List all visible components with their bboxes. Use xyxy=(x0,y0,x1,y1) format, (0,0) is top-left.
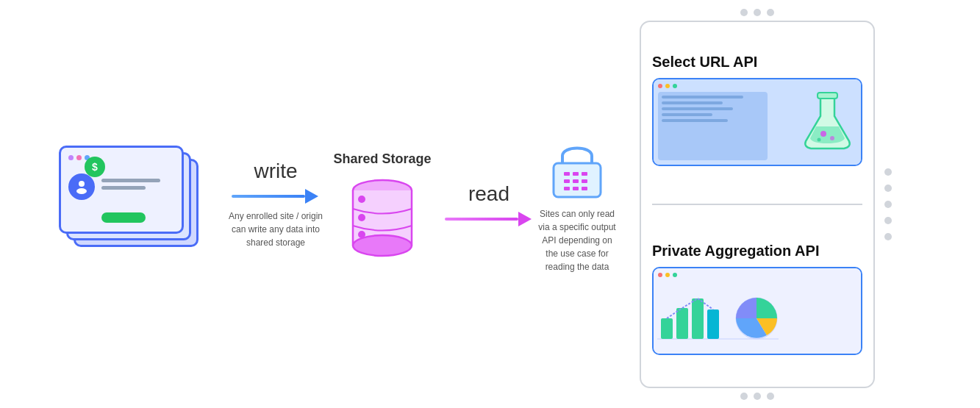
dot-purple xyxy=(68,155,74,160)
svg-point-9 xyxy=(358,231,365,238)
card-line-1 xyxy=(101,179,160,182)
browser-dot-yellow xyxy=(665,84,670,88)
browser-left-pane xyxy=(658,92,768,160)
panel-dot-bottom-1 xyxy=(740,393,748,400)
chart-dot-yellow xyxy=(665,273,670,277)
select-url-api-title: Select URL API xyxy=(652,54,757,71)
card-front: $ xyxy=(59,146,184,234)
browser-line-5 xyxy=(662,119,728,122)
write-description: Any enrolled site / origin can write any… xyxy=(228,210,323,249)
read-area: read xyxy=(445,182,533,226)
browser-line-1 xyxy=(662,96,743,99)
svg-rect-25 xyxy=(661,318,673,339)
svg-point-4 xyxy=(353,235,412,256)
browser-dot-red xyxy=(658,84,662,88)
card-dots xyxy=(68,155,174,160)
write-label: write xyxy=(254,160,297,183)
cards-stack: $ xyxy=(55,146,202,256)
arrow-pink-head xyxy=(518,212,532,226)
shared-storage-section: Shared Storage xyxy=(323,151,441,257)
arrow-blue-line xyxy=(232,195,305,198)
svg-rect-28 xyxy=(707,309,719,339)
panel-dot-1 xyxy=(740,9,748,16)
side-dot-4 xyxy=(884,217,892,224)
card-avatar xyxy=(68,173,95,200)
card-button xyxy=(101,212,146,223)
database-icon xyxy=(346,176,419,257)
bar-chart-svg xyxy=(657,287,779,346)
flask-svg-icon xyxy=(800,88,855,151)
svg-point-0 xyxy=(79,181,85,187)
read-arrow xyxy=(445,212,533,226)
select-url-api-section: Select URL API xyxy=(652,54,862,166)
side-dot-2 xyxy=(884,185,892,192)
panel-dots-bottom xyxy=(740,393,774,400)
card-dollar-icon: $ xyxy=(85,157,105,177)
chart-dot-red xyxy=(658,273,662,277)
svg-point-8 xyxy=(358,214,365,221)
svg-point-1 xyxy=(76,188,87,194)
side-dot-1 xyxy=(884,168,892,176)
private-aggregation-title: Private Aggregation API xyxy=(652,243,819,260)
browser-line-2 xyxy=(662,101,723,104)
panel-dots-top xyxy=(740,9,774,16)
panel-dot-3 xyxy=(767,9,774,16)
write-arrow xyxy=(232,189,320,204)
card-lines xyxy=(101,179,160,190)
svg-point-23 xyxy=(818,137,821,141)
write-arrow-area: write Any enrolled site / origin can wri… xyxy=(228,160,323,249)
shared-storage-label: Shared Storage xyxy=(333,151,431,167)
side-dot-5 xyxy=(884,233,892,240)
side-dot-3 xyxy=(884,201,892,208)
svg-rect-11 xyxy=(564,172,570,176)
diagram-container: $ write xyxy=(0,0,980,408)
panel-divider xyxy=(652,204,862,205)
right-api-panel: Select URL API xyxy=(640,21,875,388)
browser-lines xyxy=(658,92,768,126)
svg-point-22 xyxy=(830,136,834,140)
svg-point-7 xyxy=(358,196,365,203)
read-description: Sites can only read via a specific outpu… xyxy=(537,207,618,273)
dot-pink xyxy=(76,155,82,160)
chart-mockup xyxy=(654,268,861,354)
enrolled-site-section: $ xyxy=(29,146,228,263)
svg-point-21 xyxy=(820,131,826,137)
svg-rect-16 xyxy=(582,179,587,183)
svg-rect-17 xyxy=(564,187,570,190)
browser-line-4 xyxy=(662,113,712,116)
chart-dot-green xyxy=(673,273,677,277)
svg-rect-14 xyxy=(564,179,570,183)
browser-line-3 xyxy=(662,107,733,110)
main-content: $ write xyxy=(0,0,980,408)
svg-rect-19 xyxy=(582,187,587,190)
private-aggregation-card xyxy=(652,267,862,355)
card-line-2 xyxy=(101,186,146,190)
chart-browser-bar xyxy=(658,273,856,277)
svg-rect-15 xyxy=(573,179,579,183)
lock-section: Sites can only read via a specific outpu… xyxy=(537,135,618,273)
svg-rect-18 xyxy=(573,187,579,190)
svg-rect-27 xyxy=(692,298,704,339)
svg-rect-20 xyxy=(818,93,837,99)
lock-icon xyxy=(548,135,607,201)
arrow-blue-head xyxy=(305,189,318,204)
svg-rect-26 xyxy=(676,308,688,339)
svg-rect-13 xyxy=(582,172,587,176)
panel-dot-2 xyxy=(754,9,761,16)
private-aggregation-section: Private Aggregation API xyxy=(652,243,862,355)
browser-dot-green xyxy=(673,84,677,88)
panel-dot-bottom-3 xyxy=(767,393,774,400)
arrow-pink-line xyxy=(445,218,518,221)
side-dots xyxy=(884,168,892,240)
read-label: read xyxy=(468,182,509,206)
panel-dot-bottom-2 xyxy=(754,393,761,400)
svg-rect-12 xyxy=(573,172,579,176)
browser-mockup xyxy=(654,79,861,165)
select-url-api-card xyxy=(652,78,862,166)
